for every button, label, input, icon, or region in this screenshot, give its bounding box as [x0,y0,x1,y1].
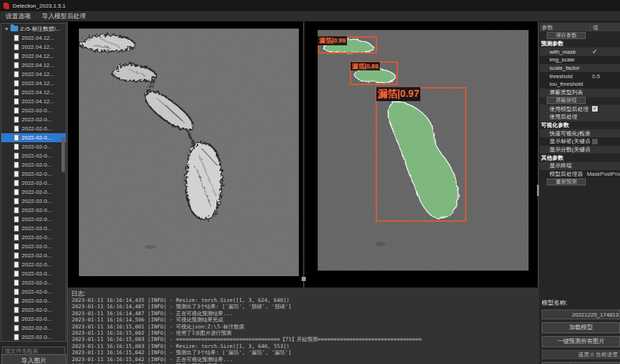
tree-item[interactable]: 2022-02-0... [1,242,66,251]
tree-item[interactable]: 2022-02-0... [1,169,66,179]
tree-item-label: 2022-02-0... [22,107,52,114]
file-tree[interactable]: ▼ Z:/5-标注数据/... 2022.04.12...2022.04.12.… [1,23,66,342]
tree-item[interactable]: 2022-02-0... [1,206,66,215]
menu-settings[interactable]: 设置选项 [6,12,31,21]
param-row[interactable]: 使用模型后处理✓ [540,105,620,113]
tree-item[interactable]: 2022-02-0... [1,324,66,333]
tree-item[interactable]: 2022-02-0... [1,224,66,233]
param-row[interactable]: 显示标签(关键点) [540,137,620,146]
param-button-row: 保存参数 [540,31,620,40]
param-row[interactable]: with_mask✓ [540,47,620,56]
predict-all-button[interactable]: 一键预测所有图片 [542,336,620,347]
tree-item[interactable]: 2022-02-0... [1,251,66,260]
tree-item[interactable]: 2022-02-0... [1,296,66,305]
param-row[interactable]: 快速可视化(检测) [540,129,620,137]
tree-item-label: 2022-02-0... [22,289,52,295]
file-icon [14,280,19,286]
tree-item[interactable]: 2022-02-0... [1,160,66,169]
tree-item[interactable]: 2022.04.12... [1,33,66,43]
param-row[interactable]: iou_threshold [540,80,620,89]
param-row-label: img_scale [540,56,590,63]
checkbox-checked-icon[interactable]: ✓ [592,106,598,112]
tree-item-label: 2022.04.12... [22,98,54,105]
app-icon [3,3,9,9]
param-row-label: 模型后处理器 [540,170,584,178]
tree-item[interactable]: 2022.04.12... [1,52,66,61]
tree-item[interactable]: 2022.04.12... [1,61,66,70]
tree-item-label: 2022-02-0... [22,153,52,159]
tree-item[interactable]: 2022-02-0... [1,215,66,224]
tree-item-label: 2022.04.12... [22,53,54,59]
tree-item[interactable]: 2022.04.12... [1,97,66,106]
log-line: 2023-01-11 16:16:14,435 |INFO| - Resize:… [72,297,536,303]
param-row[interactable]: threshold0.5 [540,72,620,80]
tree-item[interactable]: 2022-02-0... [1,314,66,324]
tree-item[interactable]: 2022.04.12... [1,88,66,97]
model-name-label: 模型名称: [542,299,620,308]
load-model-button[interactable]: 加载模型 [542,322,620,333]
param-row[interactable]: 屏蔽类型列表 [540,89,620,97]
param-row[interactable]: img_scale [540,56,620,64]
menu-import-postprocess[interactable]: 导入模型后处理 [42,12,86,21]
tree-item[interactable]: 2022-02-0... [1,151,66,160]
tree-item-label: 2022-02-0... [22,252,52,259]
tree-item-label: 2022-02-0... [22,144,52,150]
tree-item[interactable]: 2022.04.12... [1,43,66,52]
check-icon: ✓ [592,48,598,55]
tree-item[interactable]: 2022.04.12... [1,79,66,88]
tree-scrollbar[interactable] [61,137,65,172]
param-row[interactable]: scale_factor [540,64,620,73]
param-row-value[interactable]: ✓ [590,48,598,55]
source-image [79,29,299,276]
param-button[interactable]: 屏蔽按钮 [547,97,586,104]
param-row-value[interactable]: ✓ [590,106,598,112]
tree-item[interactable]: 2022.04.12... [1,70,66,79]
tree-item[interactable]: 2022-02-0... [1,106,66,115]
tree-item-label: 2022-02-0... [22,280,52,286]
param-header-value: 值 [591,24,598,31]
tree-item[interactable]: 2022-02-0... [1,133,66,142]
param-row[interactable]: 模型后处理器MaskPostPro [540,170,620,179]
tree-item[interactable]: 2022-02-0... [1,287,66,296]
panel-splitter[interactable] [303,22,304,287]
checkbox-empty-icon[interactable] [592,139,598,144]
file-icon [14,207,19,213]
tree-item[interactable]: 2022-02-0... [1,197,66,206]
splitter-grip[interactable] [302,277,306,281]
param-row[interactable]: 显示分数(关键点) [540,146,620,154]
tree-item[interactable]: 2022-02-0... [1,333,66,342]
detection-label-1: 漏箔|0.99 [318,36,347,45]
tree-item[interactable]: 2022-02-0... [1,188,66,197]
param-row[interactable]: 显示终端 [540,162,620,170]
param-button[interactable]: 重新预测 [547,179,586,185]
tree-item[interactable]: 2022-02-0... [1,179,66,188]
file-icon [14,289,19,295]
param-row[interactable]: 使用后处理 [540,113,620,121]
param-button[interactable]: 保存参数 [547,32,586,39]
model-name-field[interactable]: 20221225_174813 [542,310,620,319]
tree-root-folder[interactable]: ▼ Z:/5-标注数据/... [1,24,66,33]
tree-item-label: 2022-02-0... [22,116,52,123]
tree-item-label: 2022-02-0... [22,180,52,186]
file-icon [14,162,19,168]
file-icon [14,35,19,41]
tree-item[interactable]: 2022-02-0... [1,269,66,278]
file-icon [14,252,19,259]
file-icon [14,89,19,96]
param-row-value[interactable] [590,139,598,144]
chevron-down-icon[interactable]: ▼ [4,26,9,31]
tree-item[interactable]: 2022-02-0... [1,260,66,269]
folder-icon [10,26,18,31]
tree-item-label: 2022-02-0... [22,316,52,322]
param-button-row: 重新预测 [540,178,620,186]
tree-item[interactable]: 2022-02-0... [1,142,66,151]
log-panel[interactable]: 日志: 2023-01-11 16:16:14,435 |INFO| - Res… [68,287,539,364]
tree-item[interactable]: 2022-02-0... [1,278,66,287]
import-images-button[interactable]: 导入图片 [1,354,66,364]
tree-item[interactable]: 2022-02-0... [1,233,66,242]
tree-item[interactable]: 2022-02-0... [1,305,66,314]
tree-item[interactable]: 2022-02-0... [1,115,66,124]
file-icon [14,171,19,177]
source-image-panel[interactable] [79,29,299,276]
tree-item[interactable]: 2022-02-0... [1,124,66,133]
